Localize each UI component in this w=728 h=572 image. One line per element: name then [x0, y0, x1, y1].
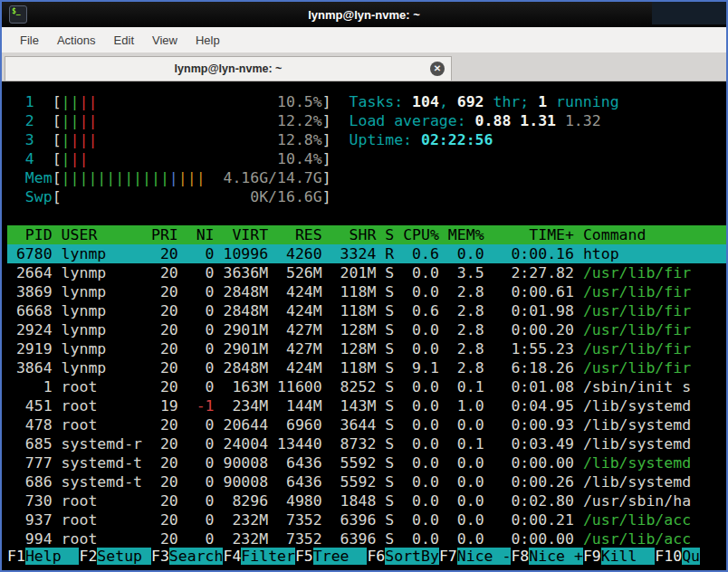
- cell-mem: 0.0: [448, 492, 484, 510]
- column-header-time[interactable]: TIME+: [493, 226, 574, 243]
- cell-virt: 8296: [223, 492, 268, 510]
- column-header-user[interactable]: USER: [62, 226, 142, 243]
- meter-line: 3 [|||| 12.8%]Uptime: 02:22:56: [7, 130, 726, 149]
- fkey-f1[interactable]: F1Help: [7, 548, 79, 565]
- column-header-pid[interactable]: PID: [7, 226, 53, 243]
- process-row[interactable]: 2919 lynmp 20 0 2901M 427M 128M S 0.0 2.…: [7, 339, 726, 358]
- cell-res: 427M: [277, 340, 322, 358]
- cell-command: /lib/systemd: [583, 416, 691, 434]
- meter-bar-segment: |: [62, 131, 71, 148]
- cell-pid: 478: [7, 416, 53, 434]
- process-row[interactable]: 685 systemd-r 20 0 24004 13440 8732 S 0.…: [7, 434, 726, 453]
- cell-user: systemd-t: [62, 454, 142, 472]
- process-row[interactable]: 937 root 20 0 232M 7352 6396 S 0.0 0.0 0…: [7, 510, 726, 529]
- column-header-virt[interactable]: VIRT: [223, 226, 268, 243]
- cell-pid: 686: [7, 473, 53, 491]
- tab-bar: lynmp@lyn-nvme: ~ ✕: [2, 53, 726, 81]
- cell-ni: 0: [187, 359, 215, 377]
- process-row[interactable]: 686 systemd-t 20 0 90008 6436 5592 S 0.0…: [7, 472, 726, 491]
- fkey-action-label: SortBy: [385, 548, 439, 565]
- tab-close-icon[interactable]: ✕: [430, 62, 445, 76]
- menu-item-view[interactable]: View: [143, 30, 187, 51]
- cell-cpu: 0.0: [403, 283, 439, 300]
- cell-ni: 0: [187, 264, 215, 281]
- menu-item-file[interactable]: File: [11, 30, 48, 51]
- cell-shr: 8732: [331, 435, 377, 453]
- cell-mem: 0.0: [448, 530, 484, 548]
- column-header-cpu[interactable]: CPU%: [403, 226, 439, 243]
- meter-bracket-open: [: [53, 112, 62, 129]
- cell-user: root: [62, 378, 142, 396]
- fkey-f4[interactable]: F4Filter: [223, 548, 294, 565]
- cell-mem: 0.0: [448, 511, 484, 529]
- cell-user: lynmp: [62, 245, 142, 262]
- process-row[interactable]: 994 root 20 0 232M 7352 6396 S 0.0 0.0 0…: [7, 529, 726, 548]
- meter-bar-segment: ||: [62, 93, 80, 110]
- fkey-number: F2: [79, 548, 97, 565]
- process-row[interactable]: 3869 lynmp 20 0 2848M 424M 118M S 0.0 2.…: [7, 282, 726, 301]
- cell-time: 0:00.00: [493, 530, 574, 548]
- cell-ni: 0: [187, 321, 215, 338]
- cell-shr: 6396: [331, 511, 377, 529]
- cell-virt: 3636M: [223, 264, 268, 281]
- column-header-res[interactable]: RES: [277, 226, 322, 243]
- cell-time: 0:02.80: [493, 492, 574, 510]
- meter-bar-segment: ||||||||||||: [62, 169, 169, 186]
- info-segment: thr;: [484, 93, 539, 110]
- column-header-pri[interactable]: PRI: [151, 226, 178, 243]
- process-row[interactable]: 451 root 19 -1 234M 144M 143M S 0.0 1.0 …: [7, 396, 726, 415]
- column-header-s[interactable]: S: [385, 226, 394, 243]
- cell-shr: 201M: [331, 264, 377, 281]
- terminal-screen[interactable]: 1 [|||| 10.5%]Tasks: 104, 692 thr; 1 run…: [2, 81, 726, 570]
- process-row[interactable]: 478 root 20 0 20644 6960 3644 S 0.0 0.0 …: [7, 415, 726, 434]
- process-row[interactable]: 6668 lynmp 20 0 2848M 424M 118M S 0.6 2.…: [7, 301, 726, 320]
- cell-time: 0:00.61: [493, 283, 574, 300]
- process-row[interactable]: 777 systemd-t 20 0 90008 6436 5592 S 0.0…: [7, 453, 726, 472]
- process-row[interactable]: 2664 lynmp 20 0 3636M 526M 201M S 0.0 3.…: [7, 263, 726, 282]
- fkey-number: F1: [7, 548, 25, 565]
- fkey-f2[interactable]: F2Setup: [79, 548, 150, 565]
- process-row[interactable]: 6780 lynmp 20 0 10996 4260 3324 R 0.6 0.…: [7, 244, 726, 263]
- column-header-command[interactable]: Command: [583, 226, 647, 243]
- menu-item-actions[interactable]: Actions: [48, 30, 105, 51]
- window-controls-area[interactable]: [652, 2, 726, 24]
- column-header-shr[interactable]: SHR: [331, 226, 377, 243]
- cell-ni: 0: [187, 435, 215, 453]
- process-row[interactable]: 730 root 20 0 8296 4980 1848 S 0.0 0.0 0…: [7, 491, 726, 510]
- cell-shr: 5592: [331, 473, 377, 491]
- fkey-f9[interactable]: F9Kill: [583, 548, 655, 565]
- info-segment: 1.32: [565, 112, 601, 129]
- fkey-f5[interactable]: F5Tree: [295, 548, 367, 565]
- cell-user: lynmp: [62, 340, 142, 358]
- process-row[interactable]: 2924 lynmp 20 0 2901M 427M 128M S 0.0 2.…: [7, 320, 726, 339]
- meter-bracket-close: ]: [322, 112, 331, 129]
- cell-virt: 24004: [223, 435, 268, 453]
- cell-ni: 0: [187, 416, 215, 434]
- fkey-f8[interactable]: F8Nice +: [511, 548, 582, 565]
- fkey-number: F10: [655, 548, 682, 565]
- fkey-f3[interactable]: F3Search: [151, 548, 223, 565]
- column-header-mem[interactable]: MEM%: [448, 226, 484, 243]
- process-row[interactable]: 1 root 20 0 163M 11600 8252 S 0.0 0.1 0:…: [7, 377, 726, 396]
- cell-command: /usr/lib/fir: [583, 359, 691, 377]
- column-header-ni[interactable]: NI: [187, 226, 215, 243]
- fkey-f10[interactable]: F10Qu: [655, 548, 700, 565]
- cell-command: /lib/systemd: [583, 473, 691, 491]
- menu-item-edit[interactable]: Edit: [105, 30, 143, 51]
- titlebar[interactable]: $_ lynmp@lyn-nvme: ~: [2, 2, 726, 27]
- menu-item-help[interactable]: Help: [187, 30, 229, 51]
- cell-res: 4980: [277, 492, 322, 510]
- cell-pid: 937: [7, 511, 53, 529]
- fkey-number: F5: [295, 548, 313, 565]
- meter-value: 0K/16.6G: [62, 188, 322, 205]
- process-row[interactable]: 3864 lynmp 20 0 2848M 424M 118M S 9.1 2.…: [7, 358, 726, 377]
- info-line: Load average: 0.88 1.31 1.32: [350, 112, 601, 129]
- cell-s: S: [385, 359, 394, 377]
- cell-mem: 0.0: [448, 473, 484, 491]
- terminal-tab[interactable]: lynmp@lyn-nvme: ~ ✕: [5, 56, 452, 81]
- fkey-f7[interactable]: F7Nice -: [439, 548, 511, 565]
- fkey-f6[interactable]: F6SortBy: [367, 548, 438, 565]
- cell-time: 0:00.93: [493, 416, 574, 434]
- fkey-action-label: Tree: [313, 548, 368, 565]
- cell-res: 144M: [277, 397, 322, 415]
